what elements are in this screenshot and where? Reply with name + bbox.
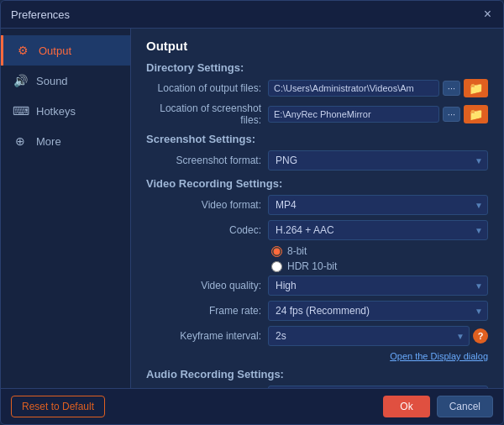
output-icon: ⚙ <box>15 44 30 57</box>
screenshot-dots-button[interactable]: ··· <box>443 107 460 122</box>
screenshot-path-row: Location of screenshot files: E:\AnyRec … <box>146 102 488 126</box>
sidebar-label-output: Output <box>39 45 71 57</box>
audio-format-wrap: MP3 AAC WAV ▼ <box>268 386 488 388</box>
keyframe-help-button[interactable]: ? <box>473 328 488 344</box>
hotkeys-icon: ⌨ <box>13 104 28 118</box>
reset-button[interactable]: Reset to Default <box>11 396 105 417</box>
screenshot-format-wrap: PNG JPG BMP ▼ <box>268 150 488 171</box>
screenshot-folder-button[interactable]: 📁 <box>464 105 488 123</box>
output-dots-button[interactable]: ··· <box>443 81 460 96</box>
keyframe-row: Keyframe interval: 2s 5s 10s ▼ ? <box>146 326 488 346</box>
keyframe-select[interactable]: 2s 5s 10s <box>268 326 470 346</box>
video-format-label: Video format: <box>146 199 268 211</box>
output-path-value: C:\Users\Administrator\Videos\Am <box>268 80 439 97</box>
video-quality-wrap: High Medium Low ▼ <box>268 275 488 296</box>
video-codec-row: Codec: H.264 + AAC H.265 + AAC ▼ <box>146 220 488 240</box>
bit8-label: 8-bit <box>287 245 307 257</box>
keyframe-select-wrap: 2s 5s 10s ▼ <box>268 326 470 346</box>
screenshot-path-controls: E:\AnyRec PhoneMirror ··· 📁 <box>268 105 488 123</box>
screenshot-format-label: Screenshot format: <box>146 155 268 166</box>
screenshot-path-label: Location of screenshot files: <box>146 102 268 126</box>
ok-button[interactable]: Ok <box>383 396 429 417</box>
video-quality-select[interactable]: High Medium Low <box>268 275 488 296</box>
video-group-label: Video Recording Settings: <box>146 177 488 190</box>
framerate-row: Frame rate: 24 fps (Recommend) 30 fps 60… <box>146 301 488 321</box>
sidebar-item-output[interactable]: ⚙ Output <box>1 35 130 66</box>
bit8-radio[interactable] <box>271 246 282 257</box>
framerate-wrap: 24 fps (Recommend) 30 fps 60 fps ▼ <box>268 301 488 321</box>
display-dialog-link[interactable]: Open the Display dialog <box>146 351 488 361</box>
footer: Reset to Default Ok Cancel <box>1 388 503 424</box>
output-folder-button[interactable]: 📁 <box>464 79 488 97</box>
sidebar-label-hotkeys: Hotkeys <box>36 105 76 118</box>
screenshot-group-label: Screenshot Settings: <box>146 133 488 145</box>
sidebar-item-hotkeys[interactable]: ⌨ Hotkeys <box>1 96 130 126</box>
content-panel: Output Directory Settings: Location of o… <box>131 29 503 388</box>
sidebar-item-more[interactable]: ⊕ More <box>1 126 130 156</box>
screenshot-format-select[interactable]: PNG JPG BMP <box>268 150 488 171</box>
framerate-select[interactable]: 24 fps (Recommend) 30 fps 60 fps <box>268 301 488 321</box>
hdr-radio-row: HDR 10-bit <box>271 260 488 272</box>
page-title: Output <box>146 39 488 53</box>
video-format-row: Video format: MP4 MOV MKV ▼ <box>146 195 488 215</box>
video-codec-label: Codec: <box>146 224 268 236</box>
bit8-radio-row: 8-bit <box>271 245 488 257</box>
video-quality-label: Video quality: <box>146 280 268 291</box>
footer-right: Ok Cancel <box>383 396 493 417</box>
more-icon: ⊕ <box>13 134 28 148</box>
keyframe-controls: 2s 5s 10s ▼ ? <box>268 326 488 346</box>
hdr-radio[interactable] <box>271 261 282 272</box>
video-format-select[interactable]: MP4 MOV MKV <box>268 195 488 215</box>
sidebar-label-more: More <box>36 135 61 148</box>
framerate-label: Frame rate: <box>146 305 268 317</box>
video-quality-row: Video quality: High Medium Low ▼ <box>146 275 488 296</box>
sidebar-label-sound: Sound <box>36 75 68 87</box>
main-content: ⚙ Output 🔊 Sound ⌨ Hotkeys ⊕ More Output… <box>1 29 503 388</box>
directory-group-label: Directory Settings: <box>146 61 488 74</box>
video-format-wrap: MP4 MOV MKV ▼ <box>268 195 488 215</box>
cancel-button[interactable]: Cancel <box>437 396 493 417</box>
preferences-window: Preferences × ⚙ Output 🔊 Sound ⌨ Hotkeys… <box>0 0 504 425</box>
close-button[interactable]: × <box>482 8 493 21</box>
video-codec-wrap: H.264 + AAC H.265 + AAC ▼ <box>268 220 488 240</box>
audio-group-label: Audio Recording Settings: <box>146 368 488 380</box>
title-bar: Preferences × <box>1 1 503 29</box>
sidebar-item-sound[interactable]: 🔊 Sound <box>1 66 130 96</box>
output-path-label: Location of output files: <box>146 82 268 94</box>
sound-icon: 🔊 <box>13 74 28 87</box>
keyframe-label: Keyframe interval: <box>146 330 268 342</box>
sidebar: ⚙ Output 🔊 Sound ⌨ Hotkeys ⊕ More <box>1 29 131 388</box>
window-title: Preferences <box>11 8 70 21</box>
audio-format-select[interactable]: MP3 AAC WAV <box>268 386 488 388</box>
screenshot-format-row: Screenshot format: PNG JPG BMP ▼ <box>146 150 488 171</box>
video-codec-select[interactable]: H.264 + AAC H.265 + AAC <box>268 220 488 240</box>
output-path-controls: C:\Users\Administrator\Videos\Am ··· 📁 <box>268 79 488 97</box>
screenshot-path-value: E:\AnyRec PhoneMirror <box>268 106 439 123</box>
output-path-row: Location of output files: C:\Users\Admin… <box>146 79 488 97</box>
hdr-label: HDR 10-bit <box>287 260 337 272</box>
